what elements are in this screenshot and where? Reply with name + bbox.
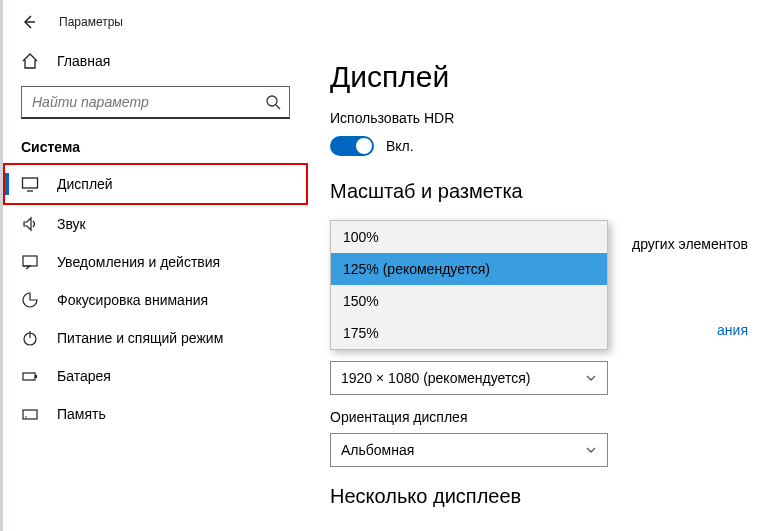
- focus-icon: [21, 291, 39, 309]
- svg-rect-6: [23, 410, 37, 419]
- svg-point-0: [267, 96, 277, 106]
- power-icon: [21, 329, 39, 347]
- svg-point-7: [25, 416, 27, 418]
- display-icon: [21, 175, 39, 193]
- search-icon: [265, 94, 281, 110]
- sidebar-section-title: Система: [3, 131, 308, 163]
- sidebar-item-storage[interactable]: Память: [3, 395, 308, 433]
- sidebar-item-sound[interactable]: Звук: [3, 205, 308, 243]
- scale-option-125[interactable]: 125% (рекомендуется): [331, 253, 607, 285]
- hdr-toggle[interactable]: [330, 136, 374, 156]
- app-title: Параметры: [59, 15, 123, 29]
- svg-rect-4: [23, 373, 35, 380]
- storage-icon: [21, 405, 39, 423]
- multi-display-heading: Несколько дисплеев: [330, 485, 748, 508]
- search-input[interactable]: [30, 93, 265, 111]
- sidebar: Параметры Главная Система Ди: [3, 0, 308, 531]
- scale-dropdown-open[interactable]: 100% 125% (рекомендуется) 150% 175%: [330, 220, 608, 350]
- sound-icon: [21, 215, 39, 233]
- scale-option-175[interactable]: 175%: [331, 317, 607, 349]
- sidebar-item-power[interactable]: Питание и спящий режим: [3, 319, 308, 357]
- orientation-value: Альбомная: [341, 442, 414, 458]
- back-arrow-icon[interactable]: [21, 14, 37, 30]
- notifications-icon: [21, 253, 39, 271]
- sidebar-item-label: Фокусировка внимания: [57, 292, 208, 308]
- hdr-label: Использовать HDR: [330, 110, 748, 126]
- sidebar-item-label: Питание и спящий режим: [57, 330, 223, 346]
- sidebar-item-label: Уведомления и действия: [57, 254, 220, 270]
- orientation-label: Ориентация дисплея: [330, 409, 748, 425]
- scale-hint-fragment: других элементов: [632, 236, 748, 252]
- chevron-down-icon: [585, 372, 597, 384]
- svg-rect-1: [23, 178, 38, 188]
- scale-heading: Масштаб и разметка: [330, 180, 748, 203]
- content-pane: Дисплей Использовать HDR Вкл. Масштаб и …: [308, 0, 768, 531]
- sidebar-item-notifications[interactable]: Уведомления и действия: [3, 243, 308, 281]
- advanced-link-fragment[interactable]: ания: [717, 322, 748, 338]
- svg-rect-2: [23, 256, 37, 266]
- scale-option-100[interactable]: 100%: [331, 221, 607, 253]
- sidebar-item-label: Батарея: [57, 368, 111, 384]
- sidebar-item-display[interactable]: Дисплей: [3, 163, 308, 205]
- chevron-down-icon: [585, 444, 597, 456]
- home-label: Главная: [57, 53, 110, 69]
- sidebar-item-label: Дисплей: [57, 176, 113, 192]
- sidebar-item-focus[interactable]: Фокусировка внимания: [3, 281, 308, 319]
- home-nav[interactable]: Главная: [3, 42, 308, 80]
- sidebar-item-label: Звук: [57, 216, 86, 232]
- battery-icon: [21, 367, 39, 385]
- orientation-select[interactable]: Альбомная: [330, 433, 608, 467]
- scale-option-150[interactable]: 150%: [331, 285, 607, 317]
- home-icon: [21, 52, 39, 70]
- resolution-select[interactable]: 1920 × 1080 (рекомендуется): [330, 361, 608, 395]
- resolution-value: 1920 × 1080 (рекомендуется): [341, 370, 530, 386]
- sidebar-item-label: Память: [57, 406, 106, 422]
- svg-rect-5: [35, 375, 37, 378]
- page-title: Дисплей: [330, 60, 748, 94]
- active-indicator: [5, 173, 9, 195]
- sidebar-item-battery[interactable]: Батарея: [3, 357, 308, 395]
- hdr-state: Вкл.: [386, 138, 414, 154]
- search-input-box[interactable]: [21, 86, 290, 119]
